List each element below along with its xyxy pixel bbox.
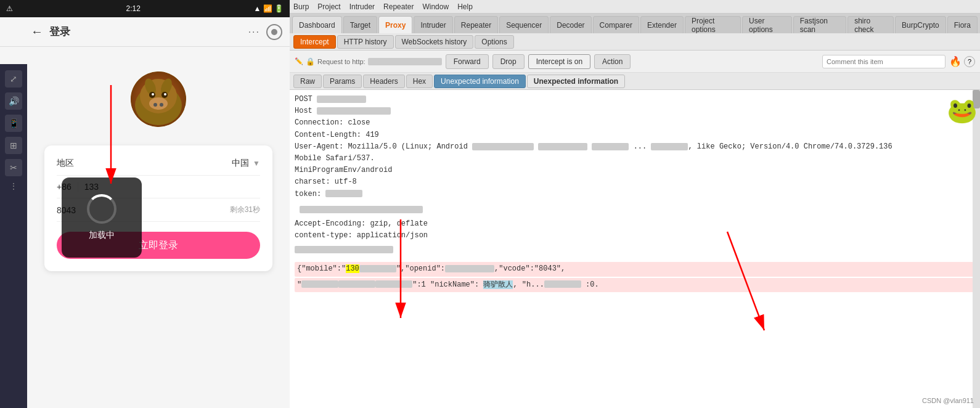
tab-comparer[interactable]: Comparer	[593, 16, 639, 33]
tab-project-options[interactable]: Project options	[685, 16, 741, 33]
request-blank-line	[295, 244, 975, 256]
request-line-indent	[300, 204, 975, 216]
phone-app-content: 地区 中国 ▼ +86 133 8043 剩余31秒	[0, 47, 290, 408]
request-body-json2: "":1 "nickName": 骑驴散人, "h... :0.	[295, 278, 975, 292]
request-tab-bar: Raw Params Headers Hex Unexpected inform…	[290, 73, 980, 90]
request-info: ✏️ 🔒 Request to http:	[295, 57, 442, 66]
tab-target[interactable]: Target	[343, 16, 377, 33]
body-vcode-label: ,"vcode":"8043",	[494, 264, 565, 273]
tab-repeater[interactable]: Repeater	[454, 16, 498, 33]
question-icon[interactable]: ?	[964, 56, 975, 67]
tab-burpcrypto[interactable]: BurpCrypto	[895, 16, 946, 33]
menu-window[interactable]: Window	[422, 2, 449, 11]
menu-repeater[interactable]: Repeater	[383, 2, 414, 11]
tab-decoder[interactable]: Decoder	[550, 16, 591, 33]
request-line-post: POST	[295, 94, 975, 105]
req-tab-raw[interactable]: Raw	[293, 75, 322, 88]
phone-sidebar: ⤢ 🔊 📱 ⊞ ✂ ⋮	[0, 64, 27, 408]
flame-icon: 🔥	[949, 55, 962, 67]
body-openid-blurred	[445, 265, 494, 272]
back-button[interactable]: ←	[31, 25, 43, 39]
sidebar-screen-icon[interactable]: 📱	[5, 115, 22, 132]
phone-page-title: 登录	[49, 25, 70, 39]
svg-point-4	[149, 97, 168, 110]
sidebar-scissors-icon[interactable]: ✂	[5, 159, 22, 176]
comment-input[interactable]	[822, 55, 945, 68]
lock-icon: 🔒	[306, 57, 315, 66]
region-value-row: 中国 ▼	[232, 158, 260, 169]
sub-tab-websockets-history[interactable]: WebSockets history	[395, 35, 474, 49]
tab-fiora[interactable]: Fiora	[947, 16, 978, 33]
request-label: Request to http:	[317, 58, 365, 65]
tab-sequencer[interactable]: Sequencer	[499, 16, 549, 33]
sidebar-resize-icon[interactable]: ⤢	[5, 70, 22, 88]
request-body[interactable]: POST Host Connection: close Content-Leng…	[290, 90, 980, 408]
request-line-user-agent: User-Agent: Mozilla/5.0 (Linux; Android …	[295, 141, 975, 153]
main-tab-bar: Dashboard Target Proxy Intruder Repeater…	[290, 14, 980, 33]
avatar-image	[131, 71, 186, 127]
request-line-charset: charset: utf-8	[295, 176, 975, 188]
sidebar-volume-icon[interactable]: 🔊	[5, 92, 22, 110]
menu-burp[interactable]: Burp	[293, 2, 309, 11]
body-ex: :0.	[581, 280, 599, 289]
burp-mascot: 🐸	[947, 96, 971, 145]
body-part2-blurred3	[375, 280, 412, 288]
intercept-button[interactable]: Intercept is on	[528, 54, 590, 69]
phone-screen: ⤢ 🔊 📱 ⊞ ✂ ⋮ ← 登录 ···	[0, 17, 290, 408]
menu-intruder[interactable]: Intruder	[349, 2, 375, 11]
cow-svg	[131, 71, 186, 127]
request-body-json: {"mobile":"130","openid":,"vcode":"8043"…	[295, 262, 975, 276]
req-tab-hex[interactable]: Hex	[406, 75, 433, 88]
tab-intruder[interactable]: Intruder	[414, 16, 452, 33]
more-options-button[interactable]: ···	[248, 27, 260, 38]
vertical-scrollbar[interactable]	[973, 90, 980, 408]
request-line-miniprogram: MiniProgramEnv/android	[295, 165, 975, 176]
record-icon	[271, 29, 277, 35]
loading-text: 加载中	[89, 230, 115, 241]
req-tab-unexpected-1[interactable]: Unexpected information	[434, 75, 526, 88]
sub-tab-options[interactable]: Options	[475, 35, 513, 49]
menu-project[interactable]: Project	[317, 2, 340, 11]
edit-icon: ✏️	[295, 57, 303, 65]
request-line-mobile-safari: Mobile Safari/537.	[295, 153, 975, 165]
sub-tab-bar: Intercept HTTP history WebSockets histor…	[290, 33, 980, 51]
req-tab-params[interactable]: Params	[323, 75, 362, 88]
tab-extender[interactable]: Extender	[640, 16, 684, 33]
record-button[interactable]	[266, 24, 282, 40]
tab-user-options[interactable]: User options	[742, 16, 792, 33]
svg-point-6	[160, 103, 163, 107]
request-line-content-type: content-type: application/json	[295, 230, 975, 242]
request-line-content-length: Content-Length: 419	[295, 129, 975, 141]
sidebar-more-icon[interactable]: ⋮	[9, 181, 18, 191]
forward-button[interactable]: Forward	[446, 54, 489, 69]
loading-spinner	[87, 194, 116, 224]
request-spacer4	[295, 256, 975, 259]
tab-fastjson-scan[interactable]: Fastjson scan	[793, 16, 846, 33]
tab-dashboard[interactable]: Dashboard	[292, 16, 342, 33]
drop-button[interactable]: Drop	[492, 54, 525, 69]
menu-bar: Burp Project Intruder Repeater Window He…	[290, 0, 980, 14]
phone-panel: ⚠ 2:12 ▲ 📶 🔋 ⤢ 🔊 📱 ⊞ ✂ ⋮ ← 登录 ···	[0, 0, 290, 408]
body-part2-blurred2	[338, 280, 375, 288]
sub-tab-http-history[interactable]: HTTP history	[337, 35, 394, 49]
help-icons: 🔥 ?	[949, 55, 975, 67]
body-nickname-label: ":1 "nickName": 骑驴散人, "h...	[412, 280, 544, 289]
phone-nav: ← 登录 ···	[0, 17, 290, 47]
body-part2-1: "	[297, 280, 301, 289]
sub-tab-intercept[interactable]: Intercept	[293, 35, 336, 49]
watermark: CSDN @vlan911	[922, 397, 974, 404]
tab-shiro-check[interactable]: shiro check	[847, 16, 894, 33]
req-tab-headers[interactable]: Headers	[363, 75, 404, 88]
request-line-connection: Connection: close	[295, 117, 975, 129]
req-tab-unexpected-2[interactable]: Unexpected information	[527, 75, 625, 88]
tab-proxy[interactable]: Proxy	[378, 16, 412, 33]
warning-icon: ⚠	[6, 4, 13, 13]
body-part2-blurred1	[301, 280, 338, 288]
status-bar: ⚠ 2:12 ▲ 📶 🔋	[0, 0, 290, 17]
body-part2-blurred4	[544, 280, 581, 288]
svg-point-10	[164, 93, 166, 96]
timer-display: 剩余31秒	[230, 205, 260, 215]
action-button[interactable]: Action	[594, 54, 631, 69]
menu-help[interactable]: Help	[457, 2, 473, 11]
sidebar-split-icon[interactable]: ⊞	[5, 137, 22, 154]
